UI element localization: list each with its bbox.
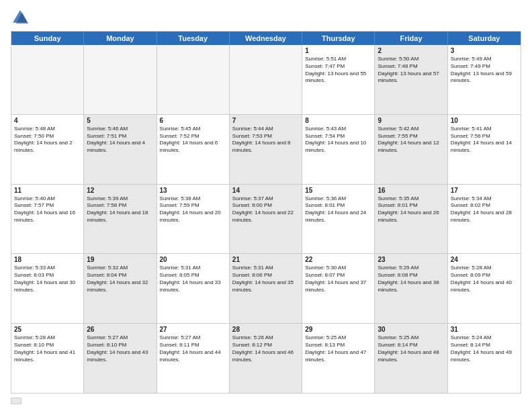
- cell-info: Sunrise: 5:36 AM Sunset: 8:01 PM Dayligh…: [305, 195, 371, 224]
- day-number: 1: [305, 47, 371, 54]
- calendar-cell-12: 12Sunrise: 5:39 AM Sunset: 7:58 PM Dayli…: [84, 185, 157, 254]
- weekday-header-friday: Friday: [375, 32, 447, 45]
- calendar-cell-4: 4Sunrise: 5:48 AM Sunset: 7:50 PM Daylig…: [11, 115, 84, 184]
- day-number: 8: [305, 117, 371, 124]
- day-number: 26: [87, 326, 153, 333]
- cell-info: Sunrise: 5:44 AM Sunset: 7:53 PM Dayligh…: [232, 126, 299, 154]
- calendar-cell-empty-0-0: [11, 45, 84, 114]
- calendar-cell-10: 10Sunrise: 5:41 AM Sunset: 7:56 PM Dayli…: [448, 115, 521, 184]
- cell-info: Sunrise: 5:45 AM Sunset: 7:52 PM Dayligh…: [160, 126, 226, 154]
- weekday-header-tuesday: Tuesday: [157, 32, 230, 45]
- day-number: 19: [87, 256, 153, 263]
- calendar-cell-20: 20Sunrise: 5:31 AM Sunset: 8:05 PM Dayli…: [157, 254, 230, 323]
- cell-info: Sunrise: 5:41 AM Sunset: 7:56 PM Dayligh…: [451, 126, 518, 154]
- day-number: 20: [160, 256, 226, 263]
- cell-info: Sunrise: 5:35 AM Sunset: 8:01 PM Dayligh…: [378, 195, 444, 224]
- cell-info: Sunrise: 5:34 AM Sunset: 8:02 PM Dayligh…: [451, 195, 518, 224]
- cell-info: Sunrise: 5:43 AM Sunset: 7:54 PM Dayligh…: [305, 126, 371, 154]
- calendar-cell-27: 27Sunrise: 5:27 AM Sunset: 8:11 PM Dayli…: [157, 324, 230, 393]
- cell-info: Sunrise: 5:40 AM Sunset: 7:57 PM Dayligh…: [14, 195, 81, 224]
- calendar-cell-30: 30Sunrise: 5:25 AM Sunset: 8:14 PM Dayli…: [375, 324, 447, 393]
- calendar-cell-26: 26Sunrise: 5:27 AM Sunset: 8:10 PM Dayli…: [84, 324, 157, 393]
- day-number: 10: [451, 117, 518, 124]
- calendar-cell-1: 1Sunrise: 5:51 AM Sunset: 7:47 PM Daylig…: [302, 45, 375, 114]
- calendar-cell-5: 5Sunrise: 5:46 AM Sunset: 7:51 PM Daylig…: [84, 115, 157, 184]
- day-number: 27: [160, 326, 226, 333]
- cell-info: Sunrise: 5:28 AM Sunset: 8:10 PM Dayligh…: [14, 334, 81, 363]
- day-number: 16: [378, 187, 444, 194]
- cell-info: Sunrise: 5:49 AM Sunset: 7:49 PM Dayligh…: [451, 56, 518, 85]
- calendar-cell-7: 7Sunrise: 5:44 AM Sunset: 7:53 PM Daylig…: [230, 115, 302, 184]
- header: [11, 8, 521, 27]
- day-number: 22: [305, 256, 371, 263]
- calendar-cell-21: 21Sunrise: 5:31 AM Sunset: 8:06 PM Dayli…: [230, 254, 302, 323]
- cell-info: Sunrise: 5:31 AM Sunset: 8:05 PM Dayligh…: [160, 265, 226, 293]
- day-number: 2: [378, 47, 444, 54]
- day-number: 7: [232, 117, 299, 124]
- cell-info: Sunrise: 5:25 AM Sunset: 8:13 PM Dayligh…: [305, 334, 371, 363]
- cell-info: Sunrise: 5:27 AM Sunset: 8:10 PM Dayligh…: [87, 334, 153, 363]
- day-number: 29: [305, 326, 371, 333]
- calendar-row-0: 1Sunrise: 5:51 AM Sunset: 7:47 PM Daylig…: [11, 45, 521, 114]
- logo: [11, 8, 31, 27]
- calendar-cell-18: 18Sunrise: 5:33 AM Sunset: 8:03 PM Dayli…: [11, 254, 84, 323]
- calendar-cell-19: 19Sunrise: 5:32 AM Sunset: 8:04 PM Dayli…: [84, 254, 157, 323]
- calendar-body: 1Sunrise: 5:51 AM Sunset: 7:47 PM Daylig…: [11, 45, 521, 393]
- logo-icon: [11, 8, 30, 27]
- day-number: 28: [232, 326, 299, 333]
- cell-info: Sunrise: 5:32 AM Sunset: 8:04 PM Dayligh…: [87, 265, 153, 293]
- cell-info: Sunrise: 5:42 AM Sunset: 7:55 PM Dayligh…: [378, 126, 444, 154]
- calendar-cell-6: 6Sunrise: 5:45 AM Sunset: 7:52 PM Daylig…: [157, 115, 230, 184]
- calendar-cell-3: 3Sunrise: 5:49 AM Sunset: 7:49 PM Daylig…: [448, 45, 521, 114]
- calendar-row-3: 18Sunrise: 5:33 AM Sunset: 8:03 PM Dayli…: [11, 253, 521, 323]
- cell-info: Sunrise: 5:31 AM Sunset: 8:06 PM Dayligh…: [232, 265, 299, 293]
- calendar-row-2: 11Sunrise: 5:40 AM Sunset: 7:57 PM Dayli…: [11, 184, 521, 254]
- day-number: 12: [87, 187, 153, 194]
- calendar-cell-17: 17Sunrise: 5:34 AM Sunset: 8:02 PM Dayli…: [448, 185, 521, 254]
- cell-info: Sunrise: 5:26 AM Sunset: 8:12 PM Dayligh…: [232, 334, 299, 363]
- cell-info: Sunrise: 5:27 AM Sunset: 8:11 PM Dayligh…: [160, 334, 226, 363]
- calendar-row-4: 25Sunrise: 5:28 AM Sunset: 8:10 PM Dayli…: [11, 323, 521, 393]
- weekday-header-thursday: Thursday: [302, 32, 375, 45]
- calendar-cell-13: 13Sunrise: 5:38 AM Sunset: 7:59 PM Dayli…: [157, 185, 230, 254]
- calendar-row-1: 4Sunrise: 5:48 AM Sunset: 7:50 PM Daylig…: [11, 114, 521, 184]
- cell-info: Sunrise: 5:51 AM Sunset: 7:47 PM Dayligh…: [305, 56, 371, 85]
- day-number: 17: [451, 187, 518, 194]
- day-number: 23: [378, 256, 444, 263]
- cell-info: Sunrise: 5:50 AM Sunset: 7:48 PM Dayligh…: [378, 56, 444, 85]
- day-number: 6: [160, 117, 226, 124]
- calendar-cell-23: 23Sunrise: 5:29 AM Sunset: 8:08 PM Dayli…: [375, 254, 447, 323]
- day-number: 24: [451, 256, 518, 263]
- day-number: 4: [14, 117, 81, 124]
- calendar-cell-empty-0-2: [157, 45, 230, 114]
- cell-info: Sunrise: 5:38 AM Sunset: 7:59 PM Dayligh…: [160, 195, 226, 224]
- calendar-cell-16: 16Sunrise: 5:35 AM Sunset: 8:01 PM Dayli…: [375, 185, 447, 254]
- cell-info: Sunrise: 5:33 AM Sunset: 8:03 PM Dayligh…: [14, 265, 81, 293]
- calendar-cell-15: 15Sunrise: 5:36 AM Sunset: 8:01 PM Dayli…: [302, 185, 375, 254]
- footer: [11, 398, 521, 404]
- page: SundayMondayTuesdayWednesdayThursdayFrid…: [0, 0, 532, 411]
- calendar-cell-empty-0-1: [84, 45, 157, 114]
- weekday-header-sunday: Sunday: [11, 32, 84, 45]
- day-number: 18: [14, 256, 81, 263]
- cell-info: Sunrise: 5:48 AM Sunset: 7:50 PM Dayligh…: [14, 126, 81, 154]
- calendar-cell-2: 2Sunrise: 5:50 AM Sunset: 7:48 PM Daylig…: [375, 45, 447, 114]
- day-number: 31: [451, 326, 518, 333]
- day-number: 5: [87, 117, 153, 124]
- weekday-header-monday: Monday: [84, 32, 157, 45]
- cell-info: Sunrise: 5:39 AM Sunset: 7:58 PM Dayligh…: [87, 195, 153, 224]
- cell-info: Sunrise: 5:25 AM Sunset: 8:14 PM Dayligh…: [378, 334, 444, 363]
- calendar-cell-8: 8Sunrise: 5:43 AM Sunset: 7:54 PM Daylig…: [302, 115, 375, 184]
- day-number: 25: [14, 326, 81, 333]
- weekday-header-saturday: Saturday: [448, 32, 521, 45]
- day-number: 21: [232, 256, 299, 263]
- calendar-cell-24: 24Sunrise: 5:28 AM Sunset: 8:09 PM Dayli…: [448, 254, 521, 323]
- cell-info: Sunrise: 5:37 AM Sunset: 8:00 PM Dayligh…: [232, 195, 299, 224]
- calendar-cell-22: 22Sunrise: 5:30 AM Sunset: 8:07 PM Dayli…: [302, 254, 375, 323]
- cell-info: Sunrise: 5:30 AM Sunset: 8:07 PM Dayligh…: [305, 265, 371, 293]
- cell-info: Sunrise: 5:46 AM Sunset: 7:51 PM Dayligh…: [87, 126, 153, 154]
- calendar-cell-31: 31Sunrise: 5:24 AM Sunset: 8:14 PM Dayli…: [448, 324, 521, 393]
- calendar-cell-28: 28Sunrise: 5:26 AM Sunset: 8:12 PM Dayli…: [230, 324, 302, 393]
- day-number: 15: [305, 187, 371, 194]
- weekday-header-wednesday: Wednesday: [230, 32, 302, 45]
